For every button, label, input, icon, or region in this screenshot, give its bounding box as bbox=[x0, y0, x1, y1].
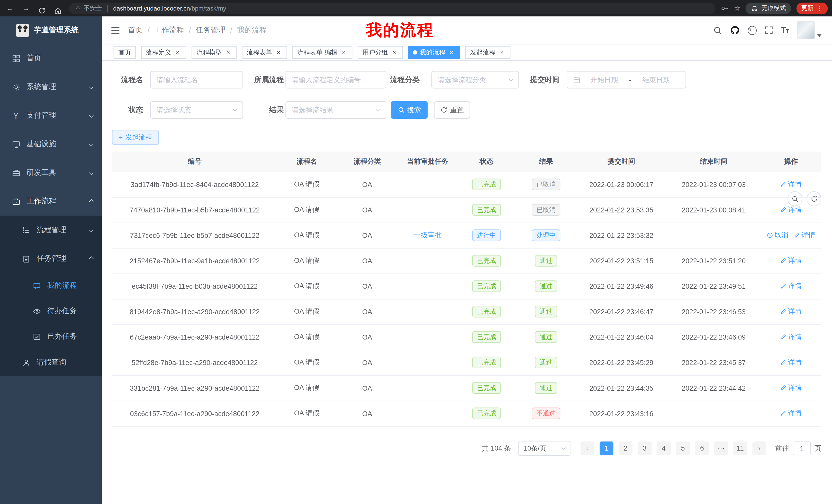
sidebar-item-label: 流程管理 bbox=[36, 225, 66, 235]
tab-start-process[interactable]: 发起流程 × bbox=[465, 46, 510, 59]
detail-link[interactable]: 详情 bbox=[780, 179, 802, 189]
tab-process-form[interactable]: 流程表单 × bbox=[242, 46, 287, 59]
next-page-button[interactable]: › bbox=[752, 442, 766, 455]
detail-link[interactable]: 详情 bbox=[780, 256, 802, 265]
sidebar-item-task-management[interactable]: 任务管理 bbox=[0, 244, 102, 273]
start-date-placeholder[interactable]: 开始日期 bbox=[580, 75, 628, 85]
tab-process-definition[interactable]: 流程定义 × bbox=[141, 46, 186, 59]
browser-update-button[interactable]: 更新 ⋮ bbox=[797, 2, 828, 14]
sidebar-item-label: 工作流程 bbox=[26, 197, 56, 206]
process-name-input[interactable] bbox=[150, 71, 243, 88]
column-header-actions: 操作 bbox=[760, 151, 821, 172]
detail-link[interactable]: 详情 bbox=[780, 307, 802, 316]
category-select[interactable]: 请选择流程分类 bbox=[432, 71, 519, 88]
sidebar-item-payment[interactable]: ¥ 支付管理 bbox=[0, 101, 102, 130]
close-icon[interactable]: × bbox=[391, 49, 398, 56]
sidebar-item-leave-query[interactable]: 请假查询 bbox=[0, 349, 102, 376]
process-id: 819442e8-7b9a-11ec-a290-acde48001122 bbox=[130, 308, 260, 316]
sidebar-item-process-management[interactable]: 流程管理 bbox=[0, 216, 102, 244]
github-icon[interactable] bbox=[730, 25, 739, 35]
bookmark-star-icon[interactable]: ☆ bbox=[734, 4, 740, 12]
breadcrumb-home[interactable]: 首页 bbox=[128, 25, 143, 35]
column-header-task: 当前审批任务 bbox=[398, 151, 457, 172]
edit-icon bbox=[780, 410, 786, 417]
detail-link[interactable]: 详情 bbox=[794, 230, 815, 240]
detail-link[interactable]: 详情 bbox=[780, 205, 802, 215]
more-pages-button[interactable]: ··· bbox=[714, 442, 728, 455]
close-icon[interactable]: × bbox=[498, 49, 506, 56]
breadcrumb-task-management[interactable]: 任务管理 bbox=[196, 25, 226, 35]
detail-link[interactable]: 详情 bbox=[780, 383, 802, 393]
sidebar-item-todo-tasks[interactable]: 待办任务 bbox=[0, 299, 102, 324]
browser-menu-icon[interactable]: ⋮ bbox=[816, 5, 823, 12]
sidebar: 芋道管理系统 首页 系统管理 ¥ 支付管理 基础设施 bbox=[0, 17, 102, 504]
address-bar[interactable]: ⚠ 不安全 dashboard.yudao.iocoder.cn /bpm/ta… bbox=[69, 2, 715, 14]
sidebar-item-system[interactable]: 系统管理 bbox=[0, 73, 102, 101]
page-button-1[interactable]: 1 bbox=[600, 442, 614, 455]
page-size-select[interactable]: 10条/页 bbox=[518, 441, 570, 456]
user-icon bbox=[21, 359, 31, 367]
detail-link[interactable]: 详情 bbox=[780, 409, 802, 418]
column-header-name: 流程名 bbox=[278, 151, 336, 172]
process-definition-field[interactable] bbox=[292, 76, 380, 84]
close-icon[interactable]: × bbox=[174, 49, 182, 56]
tags-view-bar: 首页 流程定义 × 流程模型 × 流程表单 × 流程表单-编辑 × 用户分组 ×… bbox=[102, 44, 832, 61]
sidebar-item-devtools[interactable]: 研发工具 bbox=[0, 159, 102, 187]
page-button-2[interactable]: 2 bbox=[619, 442, 632, 455]
tab-user-group[interactable]: 用户分组 × bbox=[358, 46, 402, 59]
sidebar-item-done-tasks[interactable]: 已办任务 bbox=[0, 324, 102, 349]
detail-link[interactable]: 详情 bbox=[780, 332, 802, 342]
tab-home[interactable]: 首页 bbox=[114, 46, 136, 59]
tab-process-model[interactable]: 流程模型 × bbox=[191, 46, 237, 59]
password-key-icon[interactable] bbox=[721, 4, 729, 12]
app-logo[interactable]: 芋道管理系统 bbox=[0, 17, 102, 44]
browser-home-button[interactable] bbox=[50, 2, 66, 14]
process-category: OA bbox=[362, 180, 372, 188]
browser-refresh-button[interactable] bbox=[34, 2, 50, 14]
tab-my-process[interactable]: 我的流程 × bbox=[408, 46, 460, 59]
sidebar-item-infrastructure[interactable]: 基础设施 bbox=[0, 130, 102, 158]
submit-time-range-picker[interactable]: 开始日期 - 结束日期 bbox=[567, 71, 686, 88]
end-time: 2022-01-22 23:45:37 bbox=[682, 359, 746, 367]
page-button-5[interactable]: 5 bbox=[676, 442, 690, 455]
detail-link[interactable]: 详情 bbox=[780, 358, 802, 367]
page-button-4[interactable]: 4 bbox=[657, 442, 671, 455]
breadcrumb-workflow[interactable]: 工作流程 bbox=[154, 25, 184, 35]
end-date-placeholder[interactable]: 结束日期 bbox=[632, 75, 679, 85]
tab-process-form-edit[interactable]: 流程表单-编辑 × bbox=[292, 46, 352, 59]
search-button[interactable]: 搜索 bbox=[391, 101, 427, 119]
filter-result-label: 结果 bbox=[249, 101, 284, 119]
status-select[interactable]: 请选择状态 bbox=[150, 101, 243, 119]
sidebar-item-home[interactable]: 首页 bbox=[0, 44, 102, 73]
font-size-small: T bbox=[786, 28, 789, 34]
result-select[interactable]: 请选择流结果 bbox=[285, 101, 386, 119]
page-button-11[interactable]: 11 bbox=[733, 442, 747, 455]
close-icon[interactable]: × bbox=[340, 49, 347, 56]
detail-link[interactable]: 详情 bbox=[780, 282, 802, 291]
sidebar-collapse-icon[interactable] bbox=[102, 26, 128, 34]
help-icon[interactable]: ? bbox=[747, 26, 756, 35]
close-icon[interactable]: × bbox=[448, 49, 455, 56]
close-icon[interactable]: × bbox=[225, 49, 232, 56]
search-icon[interactable] bbox=[713, 26, 722, 35]
process-name-field[interactable] bbox=[157, 76, 237, 84]
browser-back-button[interactable]: ← bbox=[2, 0, 18, 17]
reset-button[interactable]: 重置 bbox=[434, 101, 470, 119]
create-process-button[interactable]: + 发起流程 bbox=[112, 130, 159, 145]
close-icon[interactable]: × bbox=[275, 49, 282, 56]
security-label[interactable]: 不安全 bbox=[84, 4, 102, 12]
workflow-submenu: 流程管理 任务管理 我的流程 待办任务 bbox=[0, 216, 102, 376]
fullscreen-icon[interactable] bbox=[764, 26, 773, 34]
cancel-link[interactable]: 取消 bbox=[766, 230, 788, 240]
user-menu[interactable] bbox=[797, 21, 822, 39]
prev-page-button[interactable]: ‹ bbox=[580, 442, 594, 455]
page-button-6[interactable]: 6 bbox=[695, 442, 709, 455]
sidebar-item-my-process[interactable]: 我的流程 bbox=[0, 273, 102, 298]
browser-forward-button[interactable]: → bbox=[18, 0, 34, 17]
page-button-3[interactable]: 3 bbox=[638, 442, 652, 455]
font-size-icon[interactable]: TT bbox=[781, 26, 789, 34]
current-task-link[interactable]: 一级审批 bbox=[414, 230, 441, 240]
sidebar-item-workflow[interactable]: 工作流程 bbox=[0, 187, 102, 216]
process-definition-input[interactable] bbox=[285, 71, 386, 88]
goto-page-input[interactable] bbox=[793, 442, 811, 455]
